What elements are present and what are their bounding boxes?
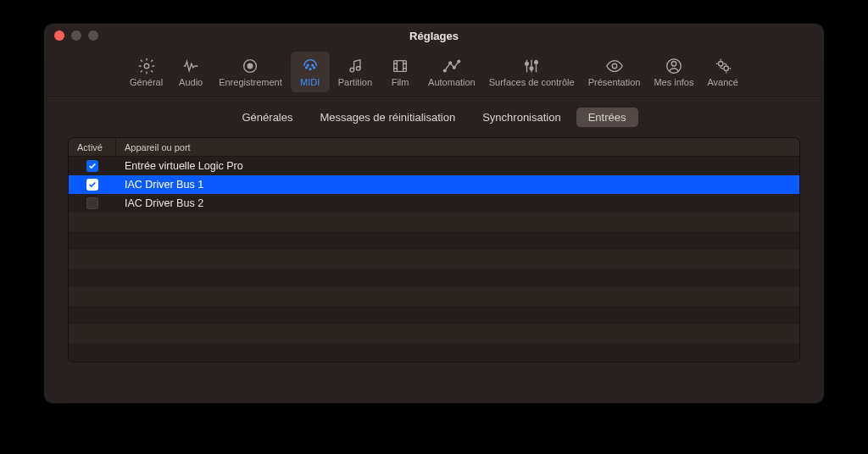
film-icon xyxy=(391,57,409,75)
svg-point-20 xyxy=(671,61,676,66)
toolbar-tab-display[interactable]: Présentation xyxy=(583,52,646,92)
subtab-segmented-control: GénéralesMessages de réinitialisationSyn… xyxy=(229,108,640,127)
table-row[interactable]: IAC Driver Bus 2 xyxy=(69,194,799,213)
svg-point-6 xyxy=(307,64,309,66)
table-row-empty xyxy=(69,269,799,287)
toolbar-tab-score[interactable]: Partition xyxy=(333,52,377,92)
svg-point-5 xyxy=(313,66,314,68)
toolbar-tab-label: Général xyxy=(130,77,163,87)
table-row-empty xyxy=(69,324,799,343)
svg-point-18 xyxy=(612,64,617,69)
close-window-button[interactable] xyxy=(54,30,64,41)
table-row-empty xyxy=(69,306,799,324)
toolbar-tab-recording[interactable]: Enregistrement xyxy=(214,52,287,92)
toolbar-tab-general[interactable]: Général xyxy=(125,52,168,92)
toolbar-tab-label: Présentation xyxy=(588,77,641,87)
toolbar-tab-label: Partition xyxy=(338,77,372,87)
toolbar-tab-midi[interactable]: MIDI xyxy=(291,52,330,92)
column-header-enabled[interactable]: Activé xyxy=(69,138,116,156)
svg-point-11 xyxy=(443,69,446,72)
subtab-inputs[interactable]: Entrées xyxy=(576,108,638,127)
enabled-checkbox[interactable] xyxy=(86,160,98,172)
svg-point-4 xyxy=(309,68,311,69)
subtab-reset[interactable]: Messages de réinitialisation xyxy=(308,108,467,127)
audio-icon xyxy=(181,57,200,75)
table-header: Activé Appareil ou port xyxy=(69,138,799,157)
enabled-checkbox[interactable] xyxy=(86,197,98,209)
table-row-empty xyxy=(69,343,799,362)
table-body: Entrée virtuelle Logic ProIAC Driver Bus… xyxy=(69,157,799,362)
midi-icon xyxy=(301,57,320,75)
subtab-sync[interactable]: Synchronisation xyxy=(470,108,573,127)
svg-point-14 xyxy=(458,60,460,63)
myinfo-icon xyxy=(665,57,683,75)
enabled-checkbox[interactable] xyxy=(86,179,98,191)
score-icon xyxy=(346,57,364,75)
svg-point-7 xyxy=(312,64,314,66)
settings-window: Réglages GénéralAudioEnregistrementMIDIP… xyxy=(44,24,824,403)
table-row-empty xyxy=(69,213,799,231)
svg-point-22 xyxy=(724,66,729,71)
titlebar: Réglages xyxy=(44,24,824,47)
toolbar-tab-label: Film xyxy=(392,77,409,87)
row-device-name: IAC Driver Bus 1 xyxy=(116,179,799,191)
minimize-window-button[interactable] xyxy=(71,30,81,41)
toolbar-tab-label: Automation xyxy=(428,77,476,87)
toolbar-tab-label: Enregistrement xyxy=(219,77,282,87)
row-enabled-cell xyxy=(69,197,116,209)
table-row[interactable]: Entrée virtuelle Logic Pro xyxy=(69,157,799,175)
svg-point-15 xyxy=(526,62,529,65)
advanced-icon xyxy=(714,57,732,75)
toolbar-tab-audio[interactable]: Audio xyxy=(171,52,210,92)
window-controls xyxy=(54,30,98,41)
svg-point-3 xyxy=(305,66,307,68)
table-row-empty xyxy=(69,231,799,250)
general-icon xyxy=(137,57,156,75)
row-device-name: IAC Driver Bus 2 xyxy=(116,197,799,209)
svg-point-2 xyxy=(248,64,253,69)
midi-inputs-table: Activé Appareil ou port Entrée virtuelle… xyxy=(68,137,800,363)
svg-point-16 xyxy=(530,66,533,69)
recording-icon xyxy=(241,57,259,75)
toolbar-tab-automation[interactable]: Automation xyxy=(423,52,481,92)
row-enabled-cell xyxy=(69,160,116,172)
svg-point-0 xyxy=(144,64,149,69)
preferences-toolbar: GénéralAudioEnregistrementMIDIPartitionF… xyxy=(44,47,824,97)
display-icon xyxy=(605,57,624,75)
table-row[interactable]: IAC Driver Bus 1 xyxy=(69,175,799,194)
toolbar-tab-label: Audio xyxy=(179,77,203,87)
toolbar-tab-myinfo[interactable]: Mes infos xyxy=(648,52,698,92)
subtab-row: GénéralesMessages de réinitialisationSyn… xyxy=(44,97,824,137)
svg-point-13 xyxy=(453,66,455,69)
toolbar-tab-label: Surfaces de contrôle xyxy=(489,77,575,87)
toolbar-tab-label: Mes infos xyxy=(654,77,693,87)
column-header-device[interactable]: Appareil ou port xyxy=(116,142,799,152)
row-enabled-cell xyxy=(69,179,116,191)
table-row-empty xyxy=(69,250,799,269)
table-row-empty xyxy=(69,287,799,306)
automation-icon xyxy=(442,57,461,75)
toolbar-tab-surfaces[interactable]: Surfaces de contrôle xyxy=(484,52,580,92)
surfaces-icon xyxy=(522,57,541,75)
toolbar-tab-label: Avancé xyxy=(707,77,738,87)
toolbar-tab-label: MIDI xyxy=(300,77,320,87)
window-title: Réglages xyxy=(44,30,824,42)
toolbar-tab-film[interactable]: Film xyxy=(381,52,420,92)
svg-point-12 xyxy=(449,61,452,64)
subtab-generales[interactable]: Générales xyxy=(231,108,305,127)
toolbar-tab-advanced[interactable]: Avancé xyxy=(702,52,743,92)
svg-rect-10 xyxy=(394,60,407,71)
svg-point-21 xyxy=(718,61,723,66)
svg-point-17 xyxy=(535,60,538,64)
row-device-name: Entrée virtuelle Logic Pro xyxy=(116,160,799,172)
zoom-window-button[interactable] xyxy=(88,30,98,41)
